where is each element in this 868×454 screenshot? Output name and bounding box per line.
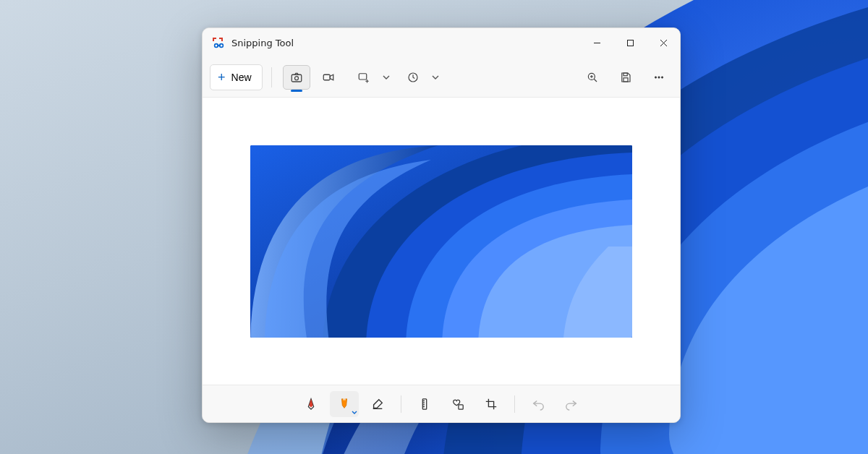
- ruler-icon: [418, 398, 431, 411]
- desktop-background: Snipping Tool + New: [0, 0, 868, 454]
- annotation-toolbar: [203, 385, 680, 422]
- snip-mode-button[interactable]: [283, 65, 310, 90]
- svg-rect-25: [343, 398, 346, 400]
- svg-rect-5: [627, 40, 633, 46]
- canvas-area: [203, 98, 680, 385]
- window-title: Snipping Tool: [231, 38, 294, 48]
- more-icon: [652, 71, 665, 84]
- zoom-in-icon: [586, 71, 599, 84]
- close-button[interactable]: [647, 28, 680, 57]
- svg-line-16: [594, 79, 597, 82]
- minimize-button[interactable]: [580, 28, 613, 57]
- shapes-tool[interactable]: [443, 391, 472, 417]
- titlebar[interactable]: Snipping Tool: [203, 28, 680, 57]
- highlighter-tool[interactable]: [330, 391, 359, 417]
- svg-point-0: [215, 44, 218, 48]
- maximize-button[interactable]: [613, 28, 647, 57]
- svg-point-22: [658, 76, 660, 77]
- svg-point-9: [294, 76, 298, 80]
- camera-icon: [290, 71, 303, 84]
- toolbar: + New: [203, 57, 680, 98]
- undo-icon: [532, 398, 545, 411]
- save-icon: [619, 71, 632, 84]
- eraser-icon: [371, 398, 384, 411]
- footer-divider: [514, 395, 515, 413]
- undo-button[interactable]: [524, 391, 553, 417]
- pen-icon: [305, 398, 318, 411]
- svg-rect-10: [323, 74, 330, 80]
- delay-button[interactable]: [399, 65, 427, 90]
- delay-dropdown[interactable]: [399, 65, 443, 90]
- clock-icon: [407, 71, 420, 84]
- shapes-icon: [451, 398, 464, 411]
- svg-point-21: [655, 76, 656, 77]
- ruler-tool[interactable]: [410, 391, 439, 417]
- highlighter-icon: [338, 398, 351, 411]
- video-icon: [322, 71, 335, 84]
- more-button[interactable]: [645, 65, 673, 90]
- snip-shape-button[interactable]: [350, 65, 378, 90]
- chevron-down-icon[interactable]: [428, 65, 443, 90]
- crop-tool[interactable]: [477, 391, 506, 417]
- captured-snip[interactable]: [250, 145, 632, 338]
- crop-icon: [485, 398, 498, 411]
- toolbar-divider: [271, 67, 272, 87]
- snip-shape-dropdown[interactable]: [350, 65, 393, 90]
- save-button[interactable]: [612, 65, 639, 90]
- svg-point-23: [661, 76, 663, 77]
- app-icon: [211, 36, 224, 49]
- svg-rect-20: [624, 77, 628, 81]
- svg-point-1: [220, 44, 224, 48]
- redo-icon: [565, 398, 578, 411]
- svg-rect-32: [459, 404, 463, 408]
- record-mode-button[interactable]: [315, 65, 342, 90]
- svg-rect-8: [292, 74, 302, 82]
- eraser-tool[interactable]: [363, 391, 392, 417]
- chevron-down-icon[interactable]: [379, 65, 393, 90]
- chevron-down-icon: [352, 410, 357, 416]
- svg-rect-11: [359, 73, 367, 79]
- pen-tool[interactable]: [297, 391, 326, 417]
- new-button-label: New: [231, 72, 252, 83]
- plus-icon: +: [218, 71, 226, 84]
- zoom-button[interactable]: [579, 65, 606, 90]
- rectangle-plus-icon: [357, 71, 370, 84]
- footer-divider: [401, 395, 401, 413]
- svg-rect-19: [624, 73, 627, 76]
- new-button[interactable]: + New: [210, 64, 263, 90]
- snipping-tool-window: Snipping Tool + New: [202, 27, 681, 423]
- redo-button[interactable]: [557, 391, 586, 417]
